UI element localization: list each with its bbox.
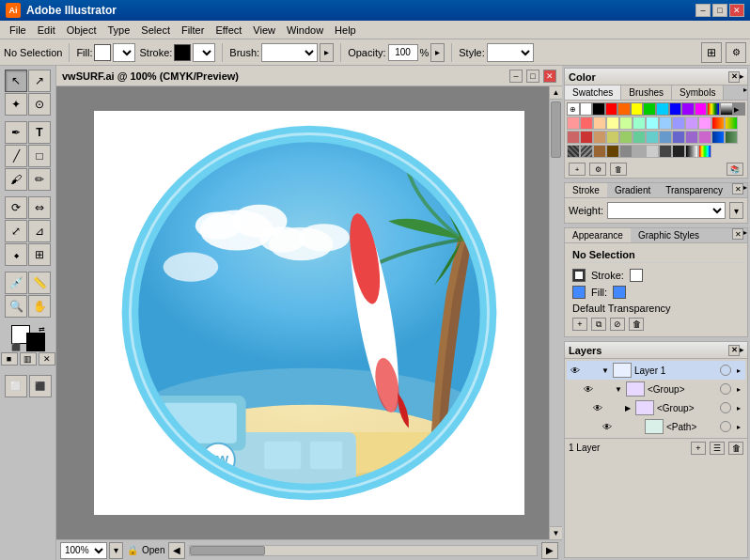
swatch-r8[interactable] <box>659 117 672 130</box>
measure-tool[interactable]: 📏 <box>28 272 51 294</box>
menu-window[interactable]: Window <box>281 23 329 38</box>
scroll-up-btn[interactable]: ▲ <box>550 86 562 100</box>
group2-visibility[interactable]: 👁 <box>591 401 604 414</box>
stroke-panel-arrow[interactable]: ▸ <box>743 183 747 197</box>
reflect-tool[interactable]: ⇔ <box>28 196 51 219</box>
app-new-btn[interactable]: + <box>572 318 587 331</box>
stroke-swatch[interactable] <box>174 44 191 61</box>
lasso-tool[interactable]: ⊙ <box>28 93 51 116</box>
brush-arrow[interactable]: ▸ <box>320 43 334 62</box>
swatch-r11[interactable] <box>698 117 711 130</box>
color-panel-close[interactable]: ✕ <box>728 71 740 83</box>
swatch-r1[interactable] <box>567 117 580 130</box>
brush-dropdown[interactable] <box>261 43 318 62</box>
line-tool[interactable]: ╱ <box>5 145 27 167</box>
zoom-arrow[interactable]: ▾ <box>109 542 123 559</box>
app-dup-btn[interactable]: ⧉ <box>591 318 606 331</box>
swatch-lib-btn[interactable]: 📚 <box>727 163 743 176</box>
swatch-magenta[interactable] <box>695 102 708 116</box>
canvas-minimize[interactable]: – <box>509 70 523 83</box>
color-panel-arrow[interactable]: ▸ <box>740 72 743 81</box>
swatch-r2[interactable] <box>580 117 593 130</box>
layer1-arrow[interactable]: ▸ <box>734 366 743 375</box>
minimize-button[interactable]: – <box>695 4 711 17</box>
swatch-r5[interactable] <box>619 117 633 130</box>
menu-type[interactable]: Type <box>102 23 136 38</box>
swatch-green[interactable] <box>643 102 656 116</box>
stroke-dropdown[interactable] <box>193 43 215 62</box>
default-icon[interactable]: ⬛ <box>11 343 21 351</box>
menu-file[interactable]: File <box>4 23 32 38</box>
swatch-p6[interactable] <box>633 145 646 158</box>
new-swatch-btn[interactable]: + <box>569 163 586 176</box>
stroke-app-swatch[interactable] <box>572 269 586 282</box>
type-tool[interactable]: T <box>28 121 51 144</box>
layer-options-btn[interactable]: ☰ <box>710 442 725 455</box>
tab-appearance[interactable]: Appearance <box>565 228 631 242</box>
swatch-yellow[interactable] <box>631 102 644 116</box>
menu-object[interactable]: Object <box>61 23 102 38</box>
tab-brushes[interactable]: Brushes <box>621 86 672 100</box>
fill-app-swatch[interactable] <box>572 286 586 299</box>
tab-swatches[interactable]: Swatches <box>565 86 621 100</box>
layers-panel-arrow[interactable]: ▸ <box>740 346 743 354</box>
group1-target[interactable] <box>720 383 731 395</box>
delete-swatch-btn[interactable]: 🗑 <box>610 163 627 176</box>
normal-screen-btn[interactable]: ⬜ <box>5 375 27 397</box>
swatch-cyan[interactable] <box>656 102 669 116</box>
canvas-scroll[interactable]: VW <box>56 86 562 539</box>
fullscreen-btn[interactable]: ⬛ <box>29 375 52 397</box>
h-scrollbar[interactable] <box>189 545 538 556</box>
new-layer-btn[interactable]: + <box>691 442 706 455</box>
swatch-blue[interactable] <box>669 102 682 116</box>
app-clear-btn[interactable]: ⊘ <box>610 318 625 331</box>
zoom-tool[interactable]: 🔍 <box>5 295 27 318</box>
swatch-options-btn[interactable]: ⚙ <box>589 163 606 176</box>
swatch-p4[interactable] <box>606 145 619 158</box>
scale-tool[interactable]: ⤢ <box>5 220 27 242</box>
swatch-orange[interactable] <box>617 102 631 116</box>
fill-dropdown[interactable] <box>113 43 135 62</box>
menu-view[interactable]: View <box>247 23 281 38</box>
layer1-visibility[interactable]: 👁 <box>569 364 582 377</box>
app-del-btn[interactable]: 🗑 <box>629 318 644 331</box>
opacity-arrow[interactable]: ▸ <box>430 43 445 62</box>
paintbrush-tool[interactable]: 🖌 <box>5 168 27 191</box>
group1-visibility[interactable]: 👁 <box>582 382 595 396</box>
hand-tool[interactable]: ✋ <box>28 295 51 318</box>
group1-arrow[interactable]: ▸ <box>734 385 743 394</box>
nav-right[interactable]: ▶ <box>541 542 558 559</box>
swatch-p5[interactable] <box>619 145 633 158</box>
magic-wand-tool[interactable]: ✦ <box>5 93 27 116</box>
swatch-s5[interactable] <box>619 131 633 144</box>
pen-tool[interactable]: ✒ <box>5 121 27 144</box>
swatch-s3[interactable] <box>593 131 606 144</box>
swatch-s2[interactable] <box>580 131 593 144</box>
swatch-s1[interactable] <box>567 131 580 144</box>
swatch-s6[interactable] <box>633 131 646 144</box>
tab-graphic-styles[interactable]: Graphic Styles <box>631 228 707 242</box>
tab-symbols[interactable]: Symbols <box>672 86 724 100</box>
path1-lock[interactable] <box>617 420 630 433</box>
menu-help[interactable]: Help <box>329 23 362 38</box>
maximize-button[interactable]: □ <box>712 4 727 17</box>
swatch-p2[interactable] <box>580 145 593 158</box>
nav-left[interactable]: ◀ <box>168 542 185 559</box>
swatch-p9[interactable] <box>672 145 685 158</box>
rect-tool[interactable]: □ <box>28 145 51 167</box>
right-button[interactable]: ⚙ <box>726 42 746 63</box>
stroke-color-box[interactable] <box>26 333 45 351</box>
menu-edit[interactable]: Edit <box>32 23 61 38</box>
swatch-p1[interactable] <box>567 145 580 158</box>
swatch-white[interactable] <box>580 102 593 116</box>
appearance-panel-arrow[interactable]: ▸ <box>743 228 747 242</box>
group1-lock[interactable] <box>598 382 611 396</box>
tab-transparency[interactable]: Transparency <box>658 183 730 197</box>
appearance-panel-close[interactable]: ✕ <box>732 228 743 240</box>
fill-swatch[interactable] <box>94 44 111 61</box>
stroke-color-indicator[interactable] <box>630 269 643 282</box>
canvas-close[interactable]: ✕ <box>543 70 556 83</box>
swatch-r7[interactable] <box>646 117 659 130</box>
selection-tool[interactable]: ↖ <box>5 70 27 92</box>
group2-lock[interactable] <box>607 401 620 414</box>
